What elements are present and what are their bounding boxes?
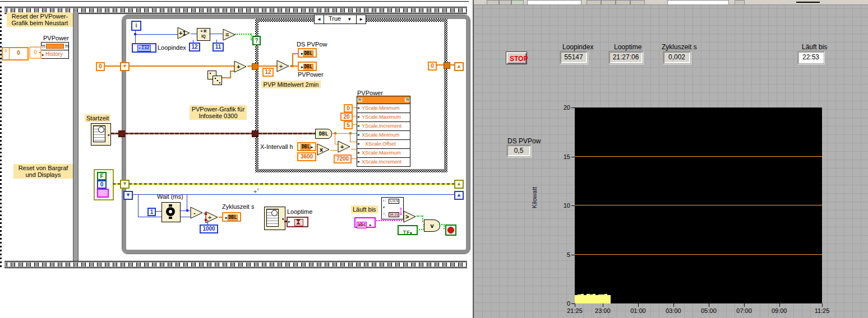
toolbar-button[interactable] (601, 0, 616, 5)
const-12-blue[interactable]: 12 (189, 43, 200, 52)
cluster-zero-const[interactable]: 0 (97, 180, 107, 189)
case-selector-value[interactable]: True ▼ (324, 15, 356, 24)
shift-register-left-olive[interactable]: ▼ (120, 180, 130, 189)
history-chart-label: PVPower (43, 35, 69, 41)
waveform-chart[interactable] (575, 107, 822, 303)
ds-pvpow-indicator-terminal[interactable]: ▸DBL (298, 48, 317, 58)
increment-node[interactable]: +1 (177, 27, 191, 39)
add-node[interactable]: + (234, 60, 247, 73)
property-row[interactable]: YScale.Minimum (357, 104, 410, 113)
shift-register-right-olive[interactable]: ▲ (454, 180, 464, 189)
const-11-blue[interactable]: 11 (213, 43, 224, 52)
string-type-chip: abc (357, 222, 367, 228)
iteration-terminal[interactable]: i (131, 21, 141, 31)
case-next-icon[interactable]: ► (356, 15, 366, 24)
laeuft-bis-terminal-label: Läuft bis (351, 205, 378, 213)
history-property-row[interactable]: ▸ History (41, 50, 68, 58)
greater-node[interactable]: > (403, 211, 417, 223)
pvpower-property-node[interactable]: ?! ?! YScale.Minimum YScale.Maximum YSca… (357, 96, 410, 167)
dbl-type-chip: DBL (301, 144, 311, 151)
wait-ms-icon[interactable] (161, 202, 181, 222)
comment-grafik-infoseite: PVPower-Grafik für Infoseite 0300 (190, 105, 247, 120)
looptime-timestamp-terminal[interactable]: ▸ (287, 217, 308, 227)
random-number-dice-icon[interactable] (207, 71, 222, 85)
toolbar-button[interactable] (630, 0, 645, 5)
array-constant[interactable]: 0 0 (2, 47, 29, 60)
shift-register-left-blue[interactable]: ▼ (123, 191, 133, 200)
property-row[interactable]: YScale.Maximum (357, 113, 410, 122)
x-intervall-control-terminal[interactable]: DBL▸ (297, 142, 316, 151)
property-row[interactable]: XScale.Minimum (357, 131, 410, 140)
coercion-dot (205, 213, 207, 215)
case-selector-terminal[interactable]: ? (252, 36, 261, 45)
wire-array-to-history (39, 52, 41, 53)
chart-gridline (575, 254, 822, 255)
cluster-false-const[interactable]: F (97, 172, 107, 180)
case-prev-icon[interactable]: ◄ (315, 15, 324, 24)
add-node-case[interactable]: + (338, 141, 351, 153)
tf-boolean-constant[interactable]: TF▸ (398, 225, 418, 235)
dbl-type-chip: DBL (228, 214, 238, 221)
toolbar-button[interactable] (511, 0, 524, 5)
const-12-orange[interactable]: 12 (262, 68, 274, 77)
shift-register-init-0[interactable]: 0 (96, 62, 105, 71)
toolbar-button[interactable] (499, 0, 511, 5)
subtract-node[interactable]: - (190, 207, 204, 219)
toolbar-button[interactable] (735, 0, 745, 5)
svg-text:÷: ÷ (279, 63, 283, 69)
looptime-label: Looptime (614, 43, 641, 51)
const-0-case-right[interactable]: 0 (428, 62, 437, 71)
laeuft-bis-label: Läuft bis (802, 43, 827, 51)
wire-i-right (135, 34, 178, 35)
or-node[interactable]: v (424, 219, 440, 232)
quotient-remainder-node[interactable]: ÷ RIQ (197, 28, 210, 41)
property-row[interactable]: XScale.Offset (357, 140, 410, 149)
cluster-constant[interactable]: F 0 (94, 169, 114, 200)
plot-area[interactable] (575, 107, 822, 303)
case-selector[interactable]: ◄ True ▼ ► (314, 15, 366, 24)
get-datetime-icon[interactable]: ▸ (91, 123, 111, 146)
cluster-string-const[interactable] (97, 189, 109, 198)
multiply-node[interactable]: x (317, 143, 330, 156)
shift-register-left-orange[interactable]: ▼ (120, 62, 130, 71)
const-yscale-min[interactable]: 0 (344, 104, 353, 113)
shift-register-right-blue[interactable]: ▲ (454, 191, 464, 200)
const-1[interactable]: 1 (147, 208, 156, 216)
x-tick-mark (822, 303, 823, 307)
toolbar-button[interactable] (487, 0, 499, 5)
to-double-node[interactable]: DBL (315, 129, 332, 139)
property-row[interactable]: XScale.Maximum (357, 149, 410, 158)
pvpower-indicator-terminal[interactable]: ▸DBL (298, 62, 317, 71)
stop-button[interactable]: STOP (506, 52, 527, 64)
array-index-spinner[interactable]: 0 (3, 48, 10, 59)
property-row[interactable]: YScale.Increment (357, 122, 410, 131)
const-1000[interactable]: 1000 (200, 225, 218, 233)
divide-node-case[interactable]: ÷ (276, 60, 290, 72)
toolbar-search-box[interactable] (667, 0, 729, 5)
i32-type-chip: ▸I32 (137, 45, 150, 52)
laeuft-bis-input[interactable]: 22:53 (797, 51, 824, 64)
looptime-value: 21:27:06 (608, 51, 643, 64)
shift-register-right-orange[interactable]: ▲ (454, 62, 464, 71)
get-datetime-icon-looptime[interactable]: ▸ (264, 207, 285, 230)
toolbar-button[interactable] (616, 0, 630, 5)
const-yscale-max[interactable]: 20 (340, 113, 353, 121)
pvpower-history-property-node[interactable]: ?! ?! ▸ History (41, 42, 69, 59)
chart-icon-bar (46, 44, 64, 49)
zykluszeit-indicator-terminal[interactable]: ▸DBL (222, 212, 241, 222)
wire-c0 (353, 107, 357, 108)
property-row[interactable]: XScale.Increment (357, 158, 410, 166)
loop-condition-terminal[interactable] (445, 225, 456, 236)
const-7200[interactable]: 7200 (334, 155, 352, 163)
loopindex-terminal[interactable]: ▸I32 (132, 43, 156, 53)
wire-gt-or-v (422, 216, 423, 222)
wire-junction (134, 33, 136, 35)
wire-add-xmax (351, 149, 357, 149)
equals-node[interactable]: = (223, 29, 236, 41)
const-yscale-inc[interactable]: 5 (344, 121, 353, 129)
laeuft-bis-string-terminal[interactable]: abc ▸ (354, 217, 376, 228)
array-element-value[interactable]: 0 (10, 48, 27, 59)
toolbar-button[interactable] (587, 0, 601, 5)
toolbar-font-box[interactable] (527, 0, 581, 5)
const-3600[interactable]: 3600 (297, 152, 316, 161)
